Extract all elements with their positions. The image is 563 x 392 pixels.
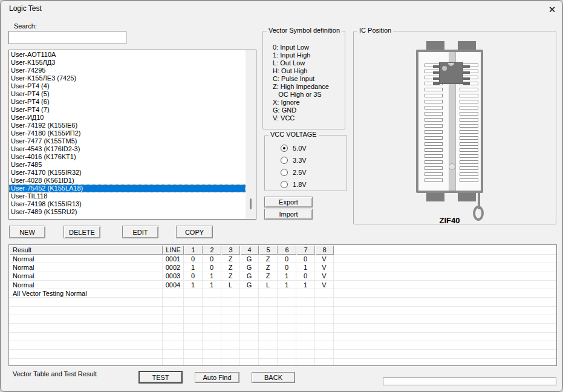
vector-cell: 0 — [184, 255, 203, 263]
vector-cell — [203, 341, 221, 349]
back-button[interactable]: BACK — [252, 372, 295, 383]
list-item[interactable]: User-7485 — [9, 161, 246, 169]
vector-cell — [221, 350, 240, 358]
vector-cell: V — [315, 281, 334, 289]
list-item[interactable]: User-74180 (K155ИП2) — [9, 129, 246, 137]
list-item[interactable]: User-AOT110A — [9, 51, 246, 59]
vector-cell — [240, 333, 259, 341]
chip-pin1-dot-icon — [442, 66, 447, 71]
new-button[interactable]: NEW — [9, 226, 45, 238]
list-item[interactable]: User-4028 (K561ID1) — [9, 177, 246, 185]
list-item[interactable]: User-K155ЛЕ3 (7425) — [9, 74, 246, 82]
delete-button[interactable]: DELETE — [63, 226, 100, 238]
chip-pin-stub — [463, 77, 470, 80]
table-row[interactable] — [9, 341, 556, 350]
vector-cell — [259, 307, 278, 315]
pin-slot — [425, 136, 443, 140]
list-item[interactable]: User-74295 — [9, 67, 246, 74]
close-icon[interactable]: ✕ — [544, 2, 560, 17]
vector-cell — [184, 341, 203, 349]
list-item[interactable]: User-ИД10 — [9, 114, 246, 122]
column-header: 5 — [259, 245, 278, 255]
table-row[interactable]: Normal000100ZGZ00V — [9, 255, 556, 263]
vector-cell: 0 — [184, 272, 203, 280]
vector-cell: Z — [259, 255, 278, 263]
listbox-scrollbar-thumb[interactable] — [250, 198, 252, 209]
auto-find-button[interactable]: Auto Find — [195, 372, 239, 383]
vector-cell: 1 — [278, 281, 296, 289]
device-listbox: User-AOT110AUser-K155ЛД3User-74295User-K… — [8, 50, 256, 220]
result-table: ResultLINE12345678 Normal000100ZGZ00VNor… — [8, 244, 557, 366]
table-row[interactable] — [9, 324, 556, 332]
copy-button[interactable]: COPY — [176, 226, 213, 238]
vcc-option-3.3V[interactable]: 3.3V — [281, 156, 307, 165]
line-cell — [163, 307, 184, 315]
vector-symbol-line: V: VCC — [273, 114, 329, 122]
pin-slot — [425, 88, 443, 91]
table-row[interactable]: Normal000210ZGZ01V — [9, 263, 556, 272]
vcc-option-label: 2.5V — [293, 169, 307, 176]
line-cell — [163, 298, 184, 305]
search-input[interactable] — [8, 31, 126, 44]
list-item[interactable]: User-74170 (K155IR32) — [9, 169, 246, 177]
column-header: 8 — [315, 245, 334, 255]
table-row[interactable] — [9, 307, 556, 315]
pin-slot — [460, 88, 478, 91]
list-item[interactable]: User-PT4 (4) — [9, 82, 246, 90]
list-item[interactable]: User-75452 (K155LA18) — [9, 185, 246, 192]
line-cell — [163, 359, 184, 366]
vector-cell: 0 — [296, 255, 315, 263]
vector-cell — [203, 350, 221, 358]
vector-cell — [203, 289, 221, 297]
list-item[interactable]: User-PT4 (7) — [9, 106, 246, 114]
table-row[interactable]: All Vector Testing Normal — [9, 289, 556, 298]
vector-symbol-line: L: Out Low — [273, 59, 329, 67]
list-item[interactable]: User-74198 (K155IR13) — [9, 200, 246, 208]
vector-cell — [259, 315, 278, 323]
list-item[interactable]: User-PT4 (6) — [9, 98, 246, 106]
vector-cell — [240, 298, 259, 305]
vector-cell — [278, 359, 296, 366]
listbox-scrollbar-track[interactable] — [246, 50, 256, 219]
pin-slot — [460, 148, 478, 152]
vcc-option-2.5V[interactable]: 2.5V — [281, 168, 307, 177]
list-item[interactable]: User-PT4 (5) — [9, 90, 246, 98]
list-item[interactable]: User-7477 (K155TM5) — [9, 137, 246, 145]
table-row[interactable] — [9, 359, 556, 366]
vector-cell — [278, 341, 296, 349]
vector-cell: G — [240, 255, 259, 263]
list-item[interactable]: User-K155ЛД3 — [9, 59, 246, 67]
socket-bottom-left-tab — [426, 192, 444, 201]
vector-cell: 1 — [278, 272, 296, 280]
vector-cell — [259, 359, 278, 366]
vector-cell — [203, 298, 221, 305]
import-button[interactable]: Import — [264, 209, 313, 220]
table-row[interactable] — [9, 315, 556, 324]
list-item[interactable]: User-TIL118 — [9, 192, 246, 200]
table-row[interactable]: Normal000301ZGZ10V — [9, 272, 556, 281]
test-button[interactable]: TEST — [138, 371, 183, 384]
column-header-filler — [334, 245, 556, 255]
table-row[interactable] — [9, 333, 556, 341]
vector-cell — [184, 324, 203, 332]
vcc-option-1.8V[interactable]: 1.8V — [281, 180, 307, 189]
window-title: Logic Test — [9, 4, 42, 13]
list-item[interactable]: User-4016 (K176KT1) — [9, 153, 246, 161]
list-item[interactable]: User-74192 (K155IE6) — [9, 122, 246, 129]
table-row[interactable]: Normal000411LGL11V — [9, 281, 556, 289]
export-button[interactable]: Export — [264, 197, 313, 207]
list-item[interactable]: User-7489 (K155RU2) — [9, 208, 246, 216]
vector-cell — [259, 341, 278, 349]
table-row[interactable] — [9, 350, 556, 358]
vector-symbol-group: Vector Symbol definition 0: Input Low1: … — [262, 31, 345, 129]
pin-slot — [425, 178, 443, 182]
vcc-option-5.0V[interactable]: 5.0V — [281, 144, 307, 152]
vector-cell — [184, 298, 203, 305]
edit-button[interactable]: EDIT — [122, 226, 158, 238]
result-cell — [9, 315, 163, 323]
vector-cell: 1 — [296, 263, 315, 271]
list-item[interactable]: User-4543 (K176ID2-3) — [9, 145, 246, 153]
vector-cell — [259, 289, 278, 297]
vector-cell — [315, 350, 334, 358]
table-row[interactable] — [9, 298, 556, 306]
